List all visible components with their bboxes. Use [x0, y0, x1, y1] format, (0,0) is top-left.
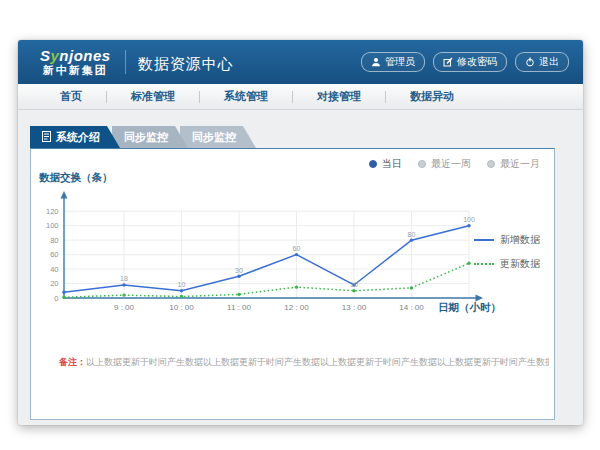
user-icon — [371, 57, 381, 67]
svg-text:120: 120 — [46, 207, 59, 216]
main-nav: 首页 标准管理 系统管理 对接管理 数据异动 — [18, 84, 583, 110]
svg-text:40: 40 — [50, 265, 58, 274]
edit-icon — [443, 57, 453, 67]
svg-text:14 : 00: 14 : 00 — [399, 303, 424, 312]
svg-text:30: 30 — [235, 267, 243, 274]
tab-label: 系统介绍 — [56, 130, 100, 145]
nav-item-integration-management[interactable]: 对接管理 — [293, 89, 385, 104]
svg-text:18: 18 — [120, 275, 128, 282]
radio-dot-icon — [369, 160, 377, 168]
chart-legend: 新增数据 更新数据 — [474, 233, 540, 271]
dotted-line-swatch-icon — [474, 263, 494, 265]
legend-label: 新增数据 — [500, 233, 540, 247]
svg-text:80: 80 — [50, 236, 58, 245]
power-icon — [525, 57, 535, 67]
svg-text:13 : 00: 13 : 00 — [342, 303, 367, 312]
svg-text:10 : 00: 10 : 00 — [169, 303, 194, 312]
footnote-text: 以上数据更新于时间产生数据以上数据更新于时间产生数据以上数据更新于时间产生数据以… — [86, 357, 549, 367]
document-icon — [42, 131, 51, 144]
logo-part2: njones — [59, 47, 110, 64]
app-title: 数据资源中心 — [138, 55, 234, 74]
tab-sync-monitor-1[interactable]: 同步监控 — [112, 126, 188, 148]
nav-item-standard-management[interactable]: 标准管理 — [107, 89, 199, 104]
radio-dot-icon — [487, 160, 495, 168]
svg-text:11 : 00: 11 : 00 — [227, 303, 251, 312]
logo-part1: S — [40, 47, 51, 64]
solid-line-swatch-icon — [474, 239, 494, 241]
logout-button[interactable]: 退出 — [515, 52, 569, 72]
footnote-prefix: 备注： — [59, 357, 86, 367]
nav-item-data-changes[interactable]: 数据异动 — [386, 89, 478, 104]
radio-last-month[interactable]: 最近一月 — [487, 157, 540, 171]
radio-label: 最近一周 — [431, 157, 471, 171]
header-actions: 管理员 修改密码 退出 — [361, 52, 569, 72]
header-divider — [125, 50, 126, 74]
radio-label: 当日 — [382, 157, 402, 171]
content-area: 系统介绍 同步监控 同步监控 当日 最近一周 — [18, 110, 583, 425]
nav-item-system-management[interactable]: 系统管理 — [200, 89, 292, 104]
tab-bar: 系统介绍 同步监控 同步监控 — [30, 126, 256, 148]
logo-wordmark: Synjones — [40, 48, 111, 63]
page: Synjones 新中新集团 数据资源中心 管理员 修改密码 — [0, 0, 600, 450]
tab-system-intro[interactable]: 系统介绍 — [30, 126, 120, 148]
svg-text:9 : 00: 9 : 00 — [114, 303, 135, 312]
radio-last-week[interactable]: 最近一周 — [418, 157, 471, 171]
current-user-label: 管理员 — [385, 55, 415, 69]
svg-text:60: 60 — [293, 245, 301, 252]
svg-text:10: 10 — [350, 281, 358, 288]
app-window: Synjones 新中新集团 数据资源中心 管理员 修改密码 — [18, 40, 583, 425]
legend-label: 更新数据 — [500, 257, 540, 271]
nav-item-home[interactable]: 首页 — [36, 89, 106, 104]
y-axis-title: 数据交换（条） — [39, 171, 113, 185]
svg-text:100: 100 — [46, 221, 59, 230]
line-chart-svg: 0204060801001209 : 0010 : 0011 : 0012 : … — [41, 189, 501, 324]
tab-label: 同步监控 — [192, 130, 236, 145]
current-user-button[interactable]: 管理员 — [361, 52, 425, 72]
tab-sync-monitor-2[interactable]: 同步监控 — [180, 126, 256, 148]
app-header: Synjones 新中新集团 数据资源中心 管理员 修改密码 — [18, 40, 583, 84]
legend-item-updated-data[interactable]: 更新数据 — [474, 257, 540, 271]
radio-label: 最近一月 — [500, 157, 540, 171]
svg-text:80: 80 — [408, 231, 416, 238]
logout-label: 退出 — [539, 55, 559, 69]
x-axis-title: 日期（小时） — [438, 301, 501, 315]
logo-subtitle: 新中新集团 — [40, 65, 111, 76]
footnote: 备注：以上数据更新于时间产生数据以上数据更新于时间产生数据以上数据更新于时间产生… — [59, 356, 549, 369]
line-chart: 0204060801001209 : 0010 : 0011 : 0012 : … — [41, 189, 501, 324]
tab-label: 同步监控 — [124, 130, 168, 145]
radio-dot-icon — [418, 160, 426, 168]
radio-today[interactable]: 当日 — [369, 157, 402, 171]
change-password-label: 修改密码 — [457, 55, 497, 69]
svg-text:20: 20 — [50, 279, 58, 288]
svg-text:100: 100 — [463, 216, 475, 223]
company-logo: Synjones 新中新集团 — [40, 48, 111, 76]
svg-text:0: 0 — [54, 294, 58, 303]
legend-item-new-data[interactable]: 新增数据 — [474, 233, 540, 247]
svg-text:10: 10 — [178, 281, 186, 288]
svg-text:60: 60 — [50, 250, 58, 259]
svg-text:12 : 00: 12 : 00 — [284, 303, 309, 312]
time-range-radios: 当日 最近一周 最近一月 — [369, 157, 540, 171]
chart-panel: 当日 最近一周 最近一月 数据交换（条） 0204060801001209 : … — [30, 148, 555, 420]
change-password-button[interactable]: 修改密码 — [433, 52, 507, 72]
